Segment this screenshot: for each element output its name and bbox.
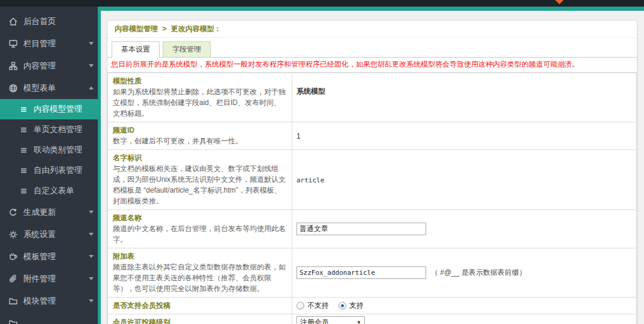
sidebar-subitem-label: 自由列表管理 — [34, 165, 82, 176]
member-level-select[interactable]: 注册会员 ▼ — [296, 316, 365, 324]
table-prefix-note: （ #@__ 是表示数据表前缀） — [431, 268, 526, 277]
table-row: 会员许可投稿级别 注册会员 ▼ — [108, 314, 637, 324]
select-arrow-icon: ▼ — [357, 320, 361, 324]
field-title: 是否支持会员投稿 — [113, 300, 287, 311]
model-type-value: 系统模型 — [296, 87, 325, 95]
breadcrumb-separator: > — [162, 25, 166, 33]
globe-icon — [8, 83, 18, 93]
field-title: 会员许可投稿级别 — [113, 317, 287, 324]
field-desc: 频道的中文名称，在后台管理，前台发布等均使用此名字。 — [113, 223, 287, 245]
radio-icon[interactable] — [339, 302, 346, 310]
breadcrumb-parent[interactable]: 内容模型管理 — [115, 25, 158, 33]
sidebar-subitem-custom-form[interactable]: 自定义表单 — [0, 181, 101, 201]
chevron-down-icon — [89, 42, 94, 45]
sidebar-item-label: 系统设置 — [23, 229, 56, 240]
field-title: 模型性质 — [113, 76, 287, 86]
folder-icon — [8, 296, 18, 306]
sidebar-item-label: 模块管理 — [23, 296, 56, 307]
channel-name-input[interactable] — [296, 223, 426, 235]
radio-option[interactable]: 支持 — [339, 301, 364, 311]
sidebar-item-module-mgmt[interactable]: 模块管理 — [0, 290, 101, 312]
sidebar-item-label: 后台首页 — [23, 16, 56, 27]
tab-basic-settings[interactable]: 基本设置 — [112, 41, 160, 58]
sidebar-subitem-label: 联动类别管理 — [34, 145, 82, 155]
sidebar-item-content-mgmt[interactable]: 内容管理 — [0, 55, 101, 77]
sidebar-item-column-mgmt[interactable]: 栏目管理 — [0, 32, 101, 55]
main-content: 内容模型管理 > 更改内容模型： 基本设置 字段管理 您目前所展开的是系统模型，… — [101, 7, 644, 324]
sidebar-item-label: 栏目管理 — [23, 38, 56, 49]
menu-lines-icon — [19, 146, 29, 154]
field-desc: 如果为系统模型将禁止删除，此选项不可更改，对于独立模型，系统强制创建字段aid、… — [113, 86, 287, 119]
tab-bar: 基本设置 字段管理 — [107, 38, 637, 58]
sidebar-item-dashboard[interactable]: 后台首页 — [0, 10, 101, 32]
radio-option[interactable]: 不支持 — [296, 301, 329, 311]
sidebar-item-template-mgmt[interactable]: 模板管理 — [0, 245, 101, 268]
field-title: 名字标识 — [113, 152, 287, 163]
table-row: 名字标识 与文档的模板相关连，建议由英文、数字或下划线组成，因为部份Unix系统… — [108, 150, 637, 210]
sidebar-subitem-label: 自定义表单 — [34, 185, 74, 196]
sidebar-item-label: 生成更新 — [23, 207, 56, 218]
sidebar-item-label: 附件管理 — [23, 274, 56, 284]
sidebar-item-label: 模板管理 — [23, 251, 56, 262]
breadcrumb: 内容模型管理 > 更改内容模型： — [107, 20, 637, 38]
chevron-down-icon — [89, 64, 94, 67]
breadcrumb-current: 更改内容模型： — [171, 25, 221, 33]
fox-logo-icon — [553, 0, 565, 6]
refresh-icon — [8, 208, 18, 217]
table-row: 是否支持会员投稿 不支持 支持 — [108, 298, 637, 314]
sidebar-subitem-label: 单页文档管理 — [34, 124, 82, 135]
sidebar-item-label: 模型表单 — [23, 83, 56, 94]
system-model-warning: 您目前所展开的是系统模型，系统模型一般对发布程序和管理程序已经固化，如果您胡乱更… — [107, 58, 637, 73]
radio-icon[interactable] — [296, 302, 304, 310]
select-value: 注册会员 — [300, 317, 329, 324]
home-icon — [8, 17, 18, 26]
chevron-down-icon — [89, 255, 94, 258]
gear-icon — [8, 230, 18, 239]
table-row: 附加表 频道除主表以外其它自定义类型数据存放数据的表，如果您不使用主表关连的各种… — [108, 248, 637, 298]
cup-icon — [8, 252, 18, 262]
menu-lines-icon — [19, 167, 29, 175]
sidebar-subitem-content-model[interactable]: 内容模型管理 — [0, 99, 101, 119]
sidebar-subitem-linked-category[interactable]: 联动类别管理 — [0, 140, 101, 160]
sidebar-subitem-label: 内容模型管理 — [34, 104, 82, 115]
content-panel: 内容模型管理 > 更改内容模型： 基本设置 字段管理 您目前所展开的是系统模型，… — [107, 20, 637, 324]
table-row: 频道名称 频道的中文名称，在后台管理，前台发布等均使用此名字。 — [108, 210, 637, 248]
chevron-down-icon — [89, 211, 94, 214]
monitor-icon — [8, 39, 18, 49]
folder-icon — [8, 319, 18, 324]
sidebar-item-label: 内容管理 — [23, 61, 56, 71]
addon-table-input[interactable] — [296, 266, 426, 279]
field-desc: 频道除主表以外其它自定义类型数据存放数据的表，如果您不使用主表关连的各种特性（推… — [113, 262, 287, 294]
field-title: 附加表 — [113, 251, 287, 262]
chevron-up-icon — [89, 86, 94, 89]
name-identifier-value: article — [296, 176, 324, 184]
paperclip-icon — [8, 274, 18, 284]
sidebar: 后台首页 栏目管理 内容管理 模型表单 — [0, 7, 101, 324]
model-settings-table: 模型性质 如果为系统模型将禁止删除，此选项不可更改，对于独立模型，系统强制创建字… — [107, 73, 637, 324]
sidebar-item-model-form[interactable]: 模型表单 — [0, 77, 101, 99]
sidebar-item-system-settings[interactable]: 系统设置 — [0, 223, 101, 245]
menu-lines-icon — [19, 187, 29, 195]
sidebar-item-generate-update[interactable]: 生成更新 — [0, 201, 101, 223]
table-row: 模型性质 如果为系统模型将禁止删除，此选项不可更改，对于独立模型，系统强制创建字… — [108, 73, 637, 122]
sidebar-item-partial[interactable] — [0, 312, 101, 324]
tab-field-management[interactable]: 字段管理 — [163, 41, 211, 57]
menu-lines-icon — [19, 126, 29, 134]
sidebar-subitem-free-list[interactable]: 自由列表管理 — [0, 160, 101, 181]
menu-lines-icon — [19, 106, 29, 113]
field-desc: 数字，创建后不可更改，并具有唯一性。 — [113, 136, 287, 146]
sidebar-subitem-single-page[interactable]: 单页文档管理 — [0, 119, 101, 140]
accent-strip — [101, 7, 644, 11]
field-title: 频道名称 — [113, 212, 287, 223]
sidebar-item-attachment-mgmt[interactable]: 附件管理 — [0, 268, 101, 290]
sitemap-icon — [8, 61, 18, 71]
member-submit-radio-group: 不支持 支持 — [296, 301, 632, 311]
chevron-down-icon — [89, 233, 94, 236]
field-desc: 与文档的模板相关连，建议由英文、数字或下划线组成，因为部份Unix系统无法识别中… — [113, 163, 287, 206]
table-row: 频道ID 数字，创建后不可更改，并具有唯一性。 1 — [108, 122, 637, 150]
topbar — [0, 0, 644, 7]
channel-id-value: 1 — [296, 132, 301, 140]
chevron-down-icon — [89, 277, 94, 280]
chevron-down-icon — [89, 299, 94, 302]
field-title: 频道ID — [113, 125, 287, 136]
